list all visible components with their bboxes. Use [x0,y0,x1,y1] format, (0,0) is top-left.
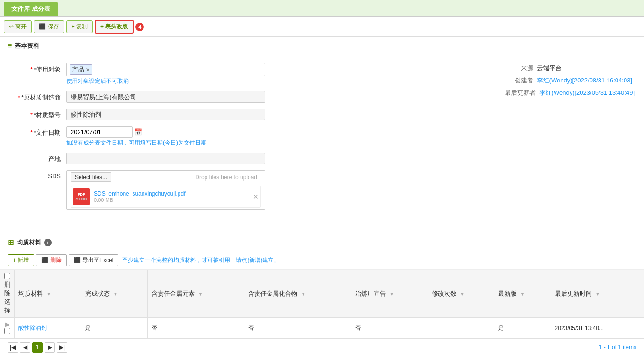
th-material: 均质材料 ▼ [15,270,81,318]
updated-filter-icon[interactable]: ▼ [595,291,600,297]
origin-label: 产地 [9,153,66,163]
origin-input[interactable] [66,153,265,164]
file-date-label: *文件日期 [9,126,66,137]
exit-button[interactable]: ↩ 离开 [4,20,32,33]
updater-value: 李红(Wendy)[2023/05/31 13:40:49] [539,89,635,97]
file-upload-area: Select files... Drop files here to uploa… [66,170,265,210]
calendar-icon[interactable]: 📅 [134,128,142,136]
file-details: SDS_enthone_suanxingchuyouji.pdf 0.00 MB [94,190,249,203]
header-edit-button[interactable]: + 表头改版 [95,20,134,34]
usage-target-row: *使用对象 产品 ✕ 使用对象设定后不可取消 [9,63,476,85]
select-files-button[interactable]: Select files... [71,172,111,182]
select-all-checkbox[interactable] [4,273,10,279]
info-icon[interactable]: i [44,239,52,246]
uniform-materials-icon: ⊞ [8,238,14,247]
main-content: ≡ 基本资料 *使用对象 产品 ✕ 使用对象设定后不可取消 [0,37,644,353]
cell-smelter: 否 [351,318,428,339]
material-filter-icon[interactable]: ▼ [46,291,51,297]
usage-target-tag: 产品 ✕ [70,64,92,75]
add-button[interactable]: + 新增 [8,254,34,266]
metal-filter-icon[interactable]: ▼ [198,291,203,297]
excel-button[interactable]: ⬛ 导出至Excel [69,254,119,266]
file-size: 0.00 MB [94,197,249,203]
latest-filter-icon[interactable]: ▼ [520,291,525,297]
basic-info-section: ≡ 基本资料 [0,37,644,55]
expand-icon[interactable]: ▶ [5,321,10,328]
date-row: 📅 [66,126,265,138]
origin-control [66,153,265,164]
th-smelter: 冶炼厂宣告 ▼ [351,270,428,318]
tag-remove-icon[interactable]: ✕ [86,67,90,73]
cell-revision [428,318,494,339]
file-remove-icon[interactable]: ✕ [253,193,259,200]
cell-metal-compound: 否 [244,318,351,339]
table-toolbar: + 新增 ⬛ 删除 ⬛ 导出至Excel 至少建立一个完整的均质材料，才可被引用… [0,252,644,270]
th-metal: 含责任金属元素 ▼ [148,270,244,318]
th-latest: 最新版 ▼ [494,270,551,318]
pdf-icon: PDF Adobe [73,188,90,205]
usage-target-input[interactable]: 产品 ✕ [66,63,265,76]
toolbar: ↩ 离开 ⬛ 保存 + 复制 + 表头改版 4 [0,17,644,37]
material-type-row: *材质型号 [9,109,476,120]
cell-metal: 否 [148,318,244,339]
manufacturer-control [66,91,265,103]
first-page-button[interactable]: |◀ [8,342,18,353]
manufacturer-label: *原材质制造商 [9,91,66,102]
usage-target-hint: 使用对象设定后不可取消 [66,77,265,85]
table-head: 删除选择 均质材料 ▼ 完成状态 ▼ 含责任金属元素 ▼ [0,270,644,318]
usage-target-label: *使用对象 [9,63,66,74]
material-type-input[interactable] [66,109,265,120]
creator-label: 创建者 [505,76,533,85]
delete-button[interactable]: ⬛ 删除 [36,254,66,266]
row-expand-checkbox: ▶ [0,318,15,339]
cell-updated: 2023/05/31 13:40... [551,318,644,339]
th-revision: 修改次数 ▼ [428,270,494,318]
next-page-button[interactable]: ▶ [45,342,55,353]
origin-row: 产地 [9,153,476,164]
row-checkbox[interactable] [4,328,10,334]
source-value: 云端平台 [537,64,562,72]
sds-control: Select files... Drop files here to uploa… [66,170,265,210]
table-header-row: 删除选择 均质材料 ▼ 完成状态 ▼ 含责任金属元素 ▼ [0,270,644,318]
th-checkbox: 删除选择 [0,270,15,318]
save-button[interactable]: ⬛ 保存 [34,20,64,33]
hint-link: 至少建立一个完整的均质材料，才可被引用，请点(新增)建立。 [122,256,279,264]
last-page-button[interactable]: ▶| [57,342,67,353]
th-complete: 完成状态 ▼ [81,270,148,318]
drop-zone-label: Drop files here to upload [111,174,261,181]
page-1-button[interactable]: 1 [32,342,43,353]
tab-file-components[interactable]: 文件库-成分表 [4,2,58,16]
file-date-row: *文件日期 📅 如没有成分表文件日期，可用填写日期(今日)为文件日期 [9,126,476,147]
badge-count: 4 [135,23,144,31]
data-table: 删除选择 均质材料 ▼ 完成状态 ▼ 含责任金属元素 ▼ [0,270,644,339]
prev-page-button[interactable]: ◀ [20,342,30,353]
form-left: *使用对象 产品 ✕ 使用对象设定后不可取消 *原材质制造商 [9,63,476,216]
uniform-materials-label: 均质材料 [17,238,41,247]
manufacturer-input[interactable] [66,91,265,103]
metal-compound-filter-icon[interactable]: ▼ [301,291,306,297]
uniform-materials-title: ⊞ 均质材料 i [0,233,644,252]
cell-material[interactable]: 酸性除油剂 [15,318,81,339]
manufacturer-row: *原材质制造商 [9,91,476,103]
file-date-hint: 如没有成分表文件日期，可用填写日期(今日)为文件日期 [66,139,265,147]
right-info: 来源 云端平台 创建者 李红(Wendy)[2022/08/31 16:04:0… [505,63,635,97]
th-updated: 最后更新时间 ▼ [551,270,644,318]
basic-info-title: 基本资料 [15,42,39,50]
creator-row: 创建者 李红(Wendy)[2022/08/31 16:04:03] [505,76,635,85]
copy-button[interactable]: + 复制 [66,20,93,33]
file-name[interactable]: SDS_enthone_suanxingchuyouji.pdf [94,190,249,197]
smelter-filter-icon[interactable]: ▼ [389,291,394,297]
revision-filter-icon[interactable]: ▼ [460,291,465,297]
complete-filter-icon[interactable]: ▼ [113,291,118,297]
file-upload-header: Select files... Drop files here to uploa… [71,172,261,182]
th-delete-select: 删除选择 [4,281,10,314]
th-metal-compound: 含责任金属化合物 ▼ [244,270,351,318]
source-label: 来源 [505,64,533,72]
file-date-control: 📅 如没有成分表文件日期，可用填写日期(今日)为文件日期 [66,126,265,147]
source-row: 来源 云端平台 [505,64,635,72]
uniform-materials-section: ⊞ 均质材料 i + 新增 ⬛ 删除 ⬛ 导出至Excel 至少建立一个完整的均… [0,233,644,353]
updater-label: 最后更新者 [505,89,536,97]
file-date-input[interactable] [66,126,133,138]
material-type-label: *材质型号 [9,109,66,119]
file-item: PDF Adobe SDS_enthone_suanxingchuyouji.p… [71,186,261,208]
